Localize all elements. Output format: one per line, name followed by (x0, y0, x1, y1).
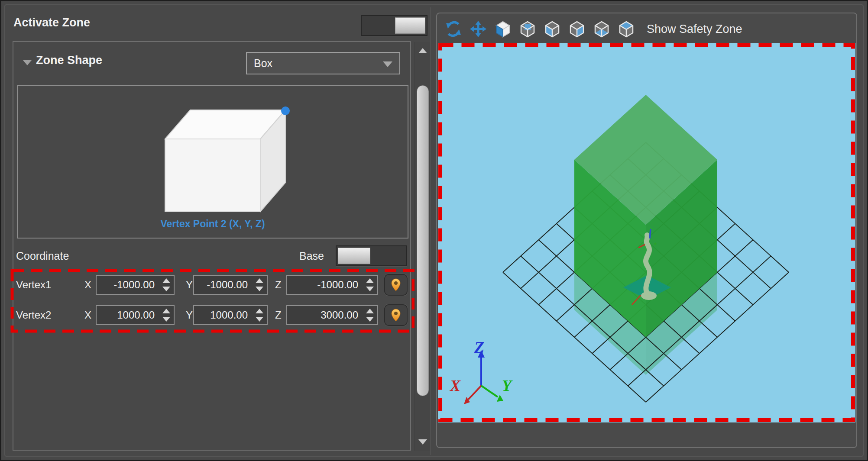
z-axis-label: Z (275, 305, 286, 325)
vertex2-label: Vertex2 (16, 305, 81, 325)
app-window: Activate Zone Zone Shape Box Vertex Poin… (0, 0, 868, 461)
x-axis-label: X (84, 305, 96, 325)
spin-up-icon[interactable] (366, 309, 374, 313)
spin-down-icon[interactable] (366, 317, 374, 322)
scrollbar[interactable] (415, 42, 430, 451)
base-toggle[interactable] (336, 245, 407, 266)
vertex2-y-input[interactable]: 1000.00 (193, 305, 268, 325)
spin-up-icon[interactable] (162, 278, 170, 283)
viewport-toolbar: Show Safety Zone (444, 17, 742, 41)
page-title: Activate Zone (13, 16, 90, 29)
vertex1-z-input[interactable]: -1000.00 (286, 275, 378, 295)
activate-zone-toggle[interactable] (361, 15, 428, 36)
toggle-knob (395, 17, 426, 34)
spin-down-icon[interactable] (162, 287, 170, 291)
spin-down-icon[interactable] (162, 317, 170, 322)
viewport-panel: Show Safety Zone (436, 13, 857, 448)
vertex1-y-input[interactable]: -1000.00 (193, 275, 268, 295)
pan-icon[interactable] (469, 19, 488, 39)
view-left-icon[interactable] (543, 19, 562, 39)
spin-down-icon[interactable] (256, 317, 263, 322)
view-top-icon[interactable] (617, 19, 636, 39)
x-axis-label: X (84, 275, 96, 295)
zone-shape-value: Box (254, 57, 272, 69)
scrollbar-thumb[interactable] (417, 85, 429, 396)
coordinate-label: Coordinate (16, 250, 69, 262)
show-safety-zone-label: Show Safety Zone (647, 23, 742, 36)
collapse-triangle-icon[interactable] (23, 60, 32, 65)
spin-up-icon[interactable] (366, 278, 374, 283)
scene-3d: Z X Y (438, 43, 855, 422)
vertex2-row: Vertex2 X 1000.00 Y 1000.00 Z 3000.00 (1, 305, 417, 325)
vertex2-dot (281, 106, 290, 115)
zone-shape-preview: Vertex Point 2 (X, Y, Z) (17, 85, 408, 239)
axis-x-label: X (450, 377, 461, 394)
spin-down-icon[interactable] (256, 287, 263, 291)
toggle-knob (338, 248, 370, 264)
z-axis-label: Z (275, 275, 286, 295)
spin-up-icon[interactable] (256, 278, 263, 283)
dropdown-caret-icon (383, 61, 392, 67)
panel-divider (430, 7, 431, 455)
viewport-3d[interactable]: Z X Y (438, 43, 855, 422)
vertex1-label: Vertex1 (16, 275, 81, 295)
vertex2-location-pin-button[interactable] (384, 304, 408, 326)
zone-shape-title: Zone Shape (36, 54, 102, 67)
location-pin-icon (390, 308, 402, 322)
base-label: Base (299, 250, 324, 262)
spin-down-icon[interactable] (366, 287, 374, 291)
vertex2-z-input[interactable]: 3000.00 (286, 305, 378, 325)
vertex1-x-input[interactable]: -1000.00 (96, 275, 175, 295)
scroll-down-arrow-icon[interactable] (418, 439, 427, 445)
rotate-icon[interactable] (444, 19, 463, 39)
vertex1-location-pin-button[interactable] (384, 274, 408, 296)
spin-up-icon[interactable] (256, 309, 263, 313)
view-front-icon[interactable] (493, 19, 512, 39)
scroll-up-arrow-icon[interactable] (418, 48, 427, 53)
box-preview-illustration (18, 86, 408, 238)
location-pin-icon (390, 278, 402, 292)
spin-up-icon[interactable] (162, 309, 170, 313)
zone-shape-dropdown[interactable]: Box (246, 52, 400, 74)
axis-z-label: Z (474, 338, 484, 356)
view-right-icon[interactable] (567, 19, 586, 39)
vertex2-x-input[interactable]: 1000.00 (96, 305, 175, 325)
vertex1-row: Vertex1 X -1000.00 Y -1000.00 Z -1000.00 (1, 275, 417, 295)
preview-caption: Vertex Point 2 (X, Y, Z) (18, 218, 408, 230)
view-back-icon[interactable] (518, 19, 537, 39)
view-bottom-icon[interactable] (592, 19, 611, 39)
axis-y-label: Y (502, 377, 513, 394)
